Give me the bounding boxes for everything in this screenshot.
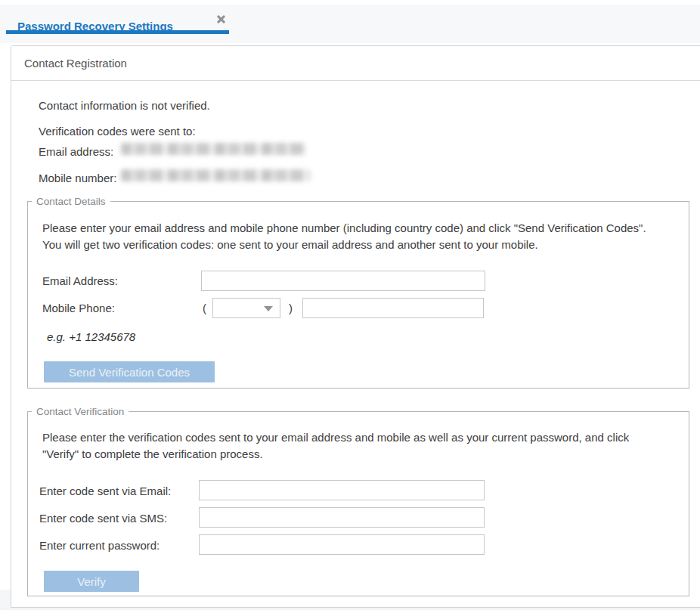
close-icon[interactable]: [215, 14, 227, 25]
status-codes-sent: Verification codes were sent to:: [39, 125, 196, 138]
email-address-input[interactable]: [201, 271, 485, 291]
status-email-label: Email address:: [39, 145, 113, 158]
mobile-phone-input[interactable]: [302, 298, 484, 318]
paren-close: ): [289, 302, 293, 314]
current-password-label: Enter current password:: [39, 539, 160, 552]
mobile-redacted-value: [121, 169, 310, 181]
panel-body: Contact information is not verified. Ver…: [11, 82, 700, 607]
panel-title: Contact Registration: [11, 46, 700, 81]
contact-details-legend: Contact Details: [32, 196, 110, 207]
left-margin-strip: [0, 590, 11, 610]
mobile-phone-label: Mobile Phone:: [42, 302, 115, 314]
contact-verification-legend: Contact Verification: [32, 406, 129, 417]
contact-verification-instructions: Please enter the verification codes sent…: [42, 429, 656, 463]
current-password-input[interactable]: [199, 534, 485, 555]
country-code-select[interactable]: [212, 298, 280, 318]
contact-verification-group: Contact Verification Please enter the ve…: [27, 406, 689, 596]
chevron-down-icon: [264, 306, 273, 311]
sms-code-input[interactable]: [199, 507, 485, 528]
contact-registration-panel: Contact Registration Contact information…: [11, 45, 700, 608]
send-verification-codes-button[interactable]: Send Verification Codes: [44, 361, 215, 382]
contact-details-instructions: Please enter your email address and mobi…: [42, 220, 656, 253]
verify-button[interactable]: Verify: [44, 571, 139, 592]
status-not-verified: Contact information is not verified.: [39, 99, 210, 112]
contact-details-group: Contact Details Please enter your email …: [27, 196, 689, 389]
tab-bar: Password Recovery Settings: [0, 5, 700, 43]
email-address-label: Email Address:: [42, 274, 118, 287]
email-redacted-value: [121, 143, 306, 155]
email-code-label: Enter code sent via Email:: [39, 485, 171, 497]
paren-open: (: [203, 302, 206, 314]
email-code-input[interactable]: [199, 480, 485, 500]
phone-example-text: e.g. +1 12345678: [47, 330, 135, 343]
status-mobile-label: Mobile number:: [39, 172, 116, 184]
sms-code-label: Enter code sent via SMS:: [39, 512, 167, 525]
active-tab-indicator: [6, 30, 229, 34]
